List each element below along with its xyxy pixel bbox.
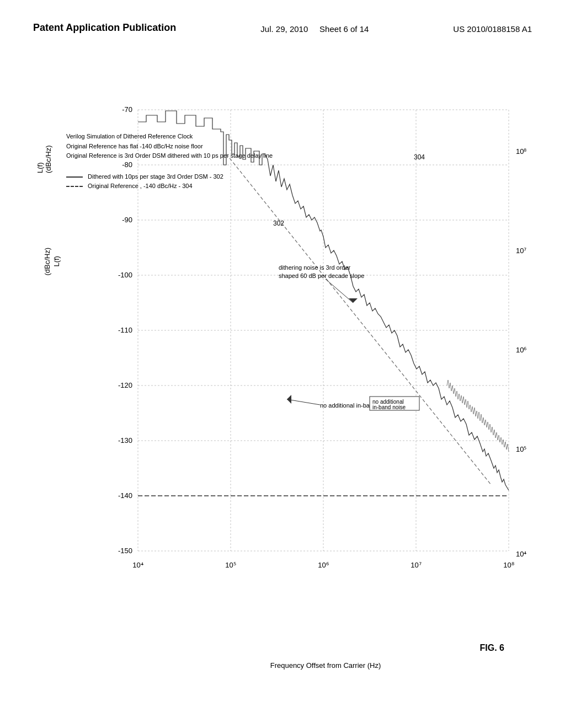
x-tick-108: 10⁸: [516, 147, 526, 156]
y-axis-label: L(f) (dBc/Hz): [36, 145, 52, 173]
x-tick-106: 10⁶: [516, 346, 526, 354]
svg-text:-100: -100: [118, 271, 132, 279]
label-302: 302: [273, 220, 284, 227]
page: Patent Application Publication Jul. 29, …: [0, 0, 565, 728]
svg-line-30: [287, 399, 320, 405]
svg-text:-90: -90: [122, 216, 132, 224]
svg-line-28: [326, 279, 353, 303]
svg-text:-120: -120: [118, 381, 132, 389]
x-tick-104: 10⁴: [516, 550, 526, 558]
x-tick-107: 10⁷: [516, 247, 526, 255]
dithered-signal-line: [138, 111, 509, 490]
svg-text:in-band noise: in-band noise: [372, 404, 406, 410]
publication-date-sheet: Jul. 29, 2010 Sheet 6 of 14: [260, 22, 369, 34]
x-tick-105: 10⁵: [516, 445, 526, 453]
chart-svg: -70 -80 -90 -100 -110 -120 -130 -140 -15…: [116, 99, 535, 595]
noise-floor-right: [447, 380, 509, 452]
svg-text:-140: -140: [118, 491, 132, 500]
y-axis-label-group: L(f) (dBc/Hz): [43, 248, 62, 276]
svg-text:10⁶: 10⁶: [318, 561, 328, 569]
svg-text:-80: -80: [122, 160, 132, 169]
svg-text:-70: -70: [122, 105, 132, 114]
svg-text:-130: -130: [118, 436, 132, 445]
header: Patent Application Publication Jul. 29, …: [33, 22, 532, 38]
publication-date: Jul. 29, 2010: [260, 24, 308, 34]
svg-text:10⁸: 10⁸: [503, 561, 514, 569]
slope-line: [226, 154, 491, 485]
svg-text:10⁷: 10⁷: [411, 561, 421, 569]
svg-text:-110: -110: [118, 326, 132, 334]
svg-marker-31: [287, 395, 291, 404]
sheet-info: Sheet 6 of 14: [319, 24, 369, 34]
x-axis-label: Frequency Offset from Carrier (Hz): [116, 661, 535, 670]
label-304: 304: [414, 153, 425, 161]
svg-text:10⁵: 10⁵: [225, 561, 236, 569]
svg-text:-150: -150: [118, 547, 132, 555]
svg-marker-29: [349, 298, 358, 303]
svg-text:10⁴: 10⁴: [132, 561, 143, 569]
y-axis-units: (dBc/Hz): [43, 248, 51, 276]
annotation-dithering-2: shaped 60 dB per decade slope: [279, 272, 364, 279]
annotation-dithering-1: dithering noise is 3rd order: [279, 264, 351, 271]
fig-label: FIG. 6: [480, 643, 504, 653]
y-axis-lf: L(f): [52, 256, 61, 267]
publication-title: Patent Application Publication: [33, 22, 176, 34]
patent-number: US 2010/0188158 A1: [453, 22, 532, 34]
